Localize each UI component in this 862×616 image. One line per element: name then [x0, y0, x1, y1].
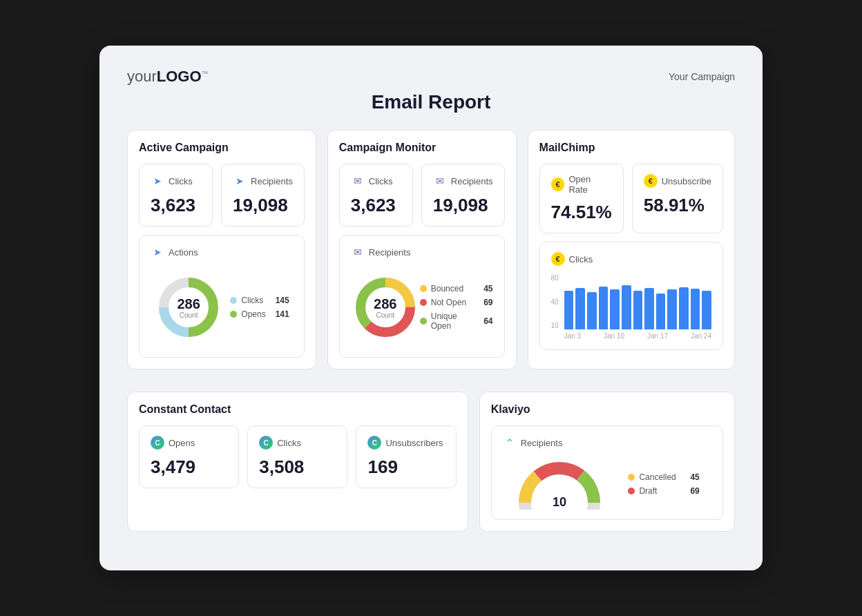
kl-legend-label-cancelled: Cancelled: [639, 472, 676, 482]
legend-item-bounced: Bounced 45: [420, 284, 493, 293]
legend-label-notopen: Not Open: [431, 298, 466, 307]
cm-recipients-chart: ✉ Recipients: [339, 235, 505, 358]
mc-y-label-10: 10: [551, 322, 559, 329]
page-container: yourLOGO™ Your Campaign Email Report Act…: [99, 46, 763, 570]
kl-half-donut: 10: [515, 458, 604, 510]
bar-7: [633, 291, 643, 329]
legend-dot-opens: [230, 311, 237, 318]
ac-actions-icon: ➤: [151, 245, 164, 259]
legend-label-uniqueopen: Unique Open: [431, 311, 470, 331]
kl-legend-label-draft: Draft: [639, 486, 657, 496]
kl-recipients-label: Recipients: [521, 438, 563, 448]
cc-unsubscribers-label: Unsubscribers: [385, 438, 443, 448]
kl-legend-dot-cancelled: [628, 474, 635, 481]
ac-recipients-label: Recipients: [251, 176, 293, 186]
cm-donut-container: 286 Count Bounced 45 Not Open: [351, 267, 493, 347]
kl-title: Klaviyo: [491, 403, 723, 416]
kl-legend: Cancelled 45 Draft 69: [628, 472, 699, 496]
top-sections: Active Campaign ➤ Clicks 3,623 ➤ Recipie…: [127, 130, 735, 381]
cm-metrics-row: ✉ Clicks 3,623 ✉ Recipients 19,098: [339, 164, 505, 227]
page-title: Email Report: [127, 91, 735, 113]
bar-12: [691, 289, 700, 329]
legend-label-bounced: Bounced: [431, 284, 463, 293]
cm-recipients-value: 19,098: [433, 195, 493, 216]
legend-item-clicks: Clicks 145: [230, 296, 289, 305]
mc-clicks-icon: €: [551, 252, 565, 266]
bar-5: [610, 289, 620, 329]
cm-donut-center: 286 Count: [374, 296, 396, 319]
mc-unsubscribe-value: 58.91%: [644, 195, 711, 216]
kl-legend-value-cancelled: 45: [680, 472, 700, 482]
cc-clicks-label: Clicks: [277, 438, 301, 448]
kl-legend-dot-draft: [628, 488, 635, 494]
cc-opens-value: 3,479: [151, 456, 227, 478]
bar-4: [599, 287, 609, 329]
mc-y-label-80: 80: [551, 274, 559, 282]
bar-6: [622, 285, 631, 329]
kl-donut-value: 10: [553, 495, 566, 510]
ac-actions-chart: ➤ Actions 286 Count: [139, 235, 305, 358]
ac-donut-center: 286 Count: [177, 296, 200, 319]
ac-metrics-row: ➤ Clicks 3,623 ➤ Recipients 19,098: [139, 164, 305, 227]
header: yourLOGO™ Your Campaign: [127, 68, 735, 86]
legend-dot-notopen: [420, 299, 427, 306]
mc-x-jan10: Jan 10: [604, 332, 624, 340]
mc-x-labels: Jan 3 Jan 10 Jan 17 Jan 24: [564, 332, 711, 340]
mc-y-label-40: 40: [551, 298, 559, 306]
ac-actions-label: Actions: [169, 247, 198, 258]
legend-value-uniqueopen: 64: [474, 316, 493, 326]
bottom-sections: Constant Contact C Opens 3,479 C Clicks …: [127, 392, 735, 543]
mc-unsubscribe-icon: €: [644, 174, 658, 188]
mc-x-jan3: Jan 3: [564, 332, 581, 340]
cm-clicks-label: Clicks: [369, 176, 393, 186]
kl-donut-center: 10: [553, 495, 566, 510]
logo-bold: LOGO: [157, 68, 202, 85]
klaviyo-section: Klaviyo ⌃ Recipients: [479, 392, 735, 532]
cc-opens-label: Opens: [169, 438, 195, 448]
cc-title: Constant Contact: [139, 403, 457, 416]
cc-clicks-card: C Clicks 3,508: [247, 425, 347, 488]
cm-recipients-chart-icon: ✉: [351, 245, 365, 259]
ac-recipients-icon: ➤: [233, 174, 247, 188]
cc-clicks-icon: C: [259, 436, 273, 450]
mc-openrate-value: 74.51%: [551, 202, 612, 223]
cc-unsubscribers-value: 169: [367, 456, 444, 478]
cm-clicks-value: 3,623: [351, 195, 401, 216]
legend-item-notopen: Not Open 69: [420, 298, 493, 307]
cm-clicks-card: ✉ Clicks 3,623: [339, 164, 413, 227]
kl-recipients-chart: ⌃ Recipients: [491, 425, 723, 520]
legend-dot-bounced: [420, 285, 427, 292]
kl-donut-area: 10 Cancelled 45 Draft 69: [503, 458, 711, 510]
bar-10: [667, 289, 677, 329]
mc-openrate-icon: €: [551, 177, 565, 191]
cm-donut-wrapper: 286 Count: [351, 273, 420, 342]
cm-legend: Bounced 45 Not Open 69 Unique Open 64: [420, 284, 493, 331]
bar-3: [587, 292, 597, 329]
ac-clicks-icon: ➤: [151, 174, 164, 188]
kl-legend-value-draft: 69: [680, 486, 700, 496]
legend-value-notopen: 69: [474, 298, 493, 307]
mc-unsubscribe-label: Unsubscribe: [662, 176, 711, 186]
mc-bars-area: Jan 3 Jan 10 Jan 17 Jan 24: [564, 274, 711, 340]
mc-bars: [564, 274, 711, 329]
ac-donut-container: 286 Count Clicks 145 Opens: [151, 267, 293, 347]
cm-recipients-chart-label: Recipients: [369, 247, 411, 258]
cm-recipients-icon: ✉: [433, 174, 447, 188]
legend-dot-clicks: [230, 297, 237, 304]
constant-contact-section: Constant Contact C Opens 3,479 C Clicks …: [127, 392, 468, 532]
mc-openrate-label: Open Rate: [568, 174, 611, 195]
cc-unsubscribers-card: C Unsubscribers 169: [356, 425, 456, 488]
mc-metrics-row: € Open Rate 74.51% € Unsubscribe 58.91%: [539, 164, 723, 233]
ac-legend: Clicks 145 Opens 141: [230, 296, 289, 319]
cm-recipients-label: Recipients: [451, 176, 493, 186]
legend-dot-uniqueopen: [420, 318, 427, 325]
ac-recipients-card: ➤ Recipients 19,098: [221, 164, 305, 227]
mc-clicks-chart: € Clicks 80 40 10: [539, 242, 723, 350]
legend-item-opens: Opens 141: [230, 309, 289, 319]
legend-value-opens: 141: [270, 309, 289, 319]
legend-value-clicks: 145: [270, 296, 289, 305]
campaign-label: Your Campaign: [669, 71, 735, 82]
campaign-monitor-section: Campaign Monitor ✉ Clicks 3,623 ✉ Recipi…: [327, 130, 517, 369]
ac-recipients-value: 19,098: [233, 195, 293, 216]
legend-value-bounced: 45: [474, 284, 493, 293]
